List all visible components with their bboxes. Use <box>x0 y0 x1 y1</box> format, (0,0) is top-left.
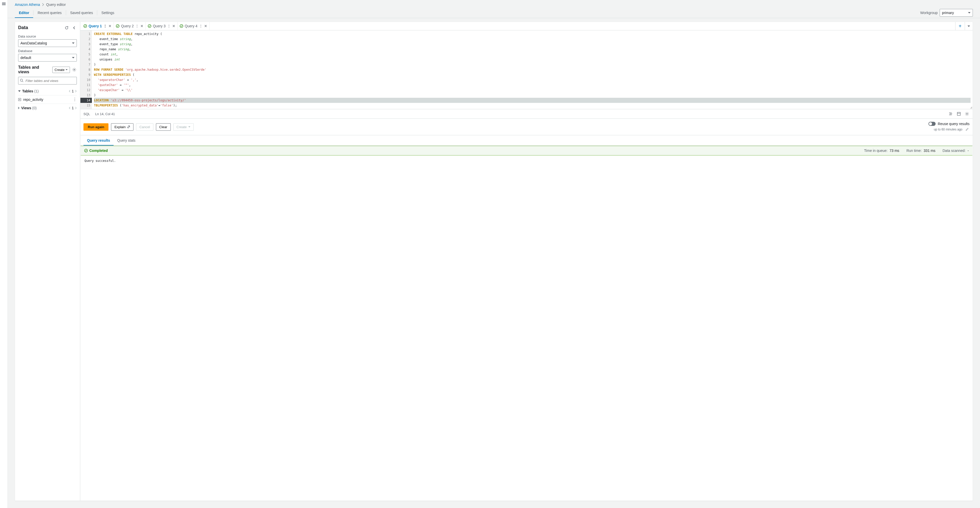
create-label: Create <box>177 125 187 129</box>
sidebar-title: Data <box>18 25 28 30</box>
tab-menu-icon[interactable]: ⋮ <box>167 25 171 27</box>
query-tab-bar: Query 1 ⋮ ✕ Query 2 ⋮ ✕ Query 3 ⋮ ✕ <box>80 22 973 30</box>
prev-page-icon[interactable] <box>68 89 71 93</box>
data-source-label: Data source <box>18 35 77 38</box>
close-tab-icon[interactable]: ✕ <box>140 24 143 28</box>
status-text: Completed <box>89 148 108 153</box>
edit-icon[interactable] <box>964 127 969 132</box>
data-source-select[interactable]: AwsDataCatalog <box>18 39 77 47</box>
svg-point-0 <box>74 69 75 70</box>
expand-tables-icon[interactable] <box>18 90 21 92</box>
action-bar: Run again Explain Cancel Clear Create Re… <box>80 119 973 135</box>
views-section-label: Views (0) <box>21 106 68 110</box>
filter-tables-input[interactable] <box>18 77 77 84</box>
reuse-results-sub: up to 60 minutes ago <box>934 127 963 131</box>
code-content[interactable]: CREATE EXTERNAL TABLE repo_activity ( ev… <box>92 30 973 109</box>
query-tab-1[interactable]: Query 1 ⋮ ✕ <box>81 22 114 30</box>
close-tab-icon[interactable]: ✕ <box>108 24 111 28</box>
tab-overflow-button[interactable] <box>965 22 973 30</box>
collapse-sidebar-icon[interactable] <box>72 25 77 30</box>
data-scanned: Data scanned: - <box>942 148 969 153</box>
create-label: Create <box>55 68 65 72</box>
code-editor[interactable]: 123456789101112131415 CREATE EXTERNAL TA… <box>80 30 973 109</box>
lang-indicator: SQL <box>83 112 90 116</box>
reuse-results-label: Reuse query results <box>938 122 969 126</box>
check-circle-icon <box>84 149 88 152</box>
app-left-rail <box>0 0 8 508</box>
next-page-icon[interactable] <box>75 89 77 93</box>
svg-point-12 <box>966 113 967 115</box>
search-icon <box>20 79 24 82</box>
query-tab-label: Query 4 <box>185 24 197 28</box>
data-source-value: AwsDataCatalog <box>21 41 47 45</box>
database-label: Database <box>18 49 77 53</box>
explain-button[interactable]: Explain <box>111 123 134 131</box>
tables-section-label: Tables (1) <box>22 89 68 93</box>
tab-recent-queries[interactable]: Recent queries <box>33 8 65 18</box>
format-icon[interactable] <box>948 111 953 116</box>
table-row[interactable]: repo_activity ⋮ <box>18 96 77 104</box>
svg-line-2 <box>22 81 24 82</box>
run-button[interactable]: Run again <box>83 123 108 131</box>
query-tab-2[interactable]: Query 2 ⋮ ✕ <box>114 22 146 30</box>
breadcrumb: Amazon Athena Query editor <box>8 0 980 8</box>
refresh-icon[interactable] <box>64 25 69 30</box>
breadcrumb-service[interactable]: Amazon Athena <box>15 3 40 6</box>
settings-icon[interactable] <box>964 111 969 116</box>
next-page-icon[interactable] <box>75 107 77 110</box>
tables-views-title: Tables and views <box>18 65 50 74</box>
time-in-queue: Time in queue: 73 ms <box>864 148 899 153</box>
query-tab-3[interactable]: Query 3 ⋮ ✕ <box>146 22 178 30</box>
close-tab-icon[interactable]: ✕ <box>172 24 175 28</box>
editor-status-bar: SQL Ln 14, Col 41 <box>80 109 973 119</box>
query-tab-label: Query 2 <box>121 24 134 28</box>
chevron-down-icon <box>188 126 190 127</box>
breadcrumb-page: Query editor <box>46 3 66 6</box>
tab-menu-icon[interactable]: ⋮ <box>135 25 139 27</box>
chevron-down-icon <box>65 69 68 70</box>
result-status-banner: Completed Time in queue: 73 ms Run time:… <box>81 146 972 156</box>
result-body: Query successful. <box>80 156 973 169</box>
workgroup-value: primary <box>942 11 954 15</box>
main-area: Amazon Athena Query editor Editor Recent… <box>8 0 980 508</box>
query-tab-label: Query 1 <box>89 24 102 28</box>
tables-page-number: 1 <box>72 89 74 93</box>
svg-rect-10 <box>957 112 960 115</box>
tab-menu-icon[interactable]: ⋮ <box>103 25 107 27</box>
table-actions-icon[interactable]: ⋮ <box>73 99 77 100</box>
line-gutter: 123456789101112131415 <box>80 30 92 109</box>
database-select[interactable]: default <box>18 54 77 62</box>
tab-editor[interactable]: Editor <box>15 8 33 18</box>
workgroup-label: Workgroup <box>920 11 938 15</box>
tab-menu-icon[interactable]: ⋮ <box>199 25 203 27</box>
external-link-icon <box>127 125 130 128</box>
cursor-position: Ln 14, Col 41 <box>95 112 115 116</box>
explain-label: Explain <box>115 125 126 129</box>
resize-handle-icon[interactable] <box>969 106 972 108</box>
prev-page-icon[interactable] <box>68 107 71 110</box>
check-circle-icon <box>116 24 119 28</box>
clear-button[interactable]: Clear <box>156 123 171 131</box>
cancel-button: Cancel <box>136 123 153 131</box>
editor-panel: Query 1 ⋮ ✕ Query 2 ⋮ ✕ Query 3 ⋮ ✕ <box>80 22 973 501</box>
database-value: default <box>21 56 31 60</box>
query-tab-label: Query 3 <box>153 24 165 28</box>
tab-query-results[interactable]: Query results <box>83 135 114 145</box>
results-tab-bar: Query results Query stats <box>80 135 973 146</box>
check-circle-icon <box>83 24 87 28</box>
close-tab-icon[interactable]: ✕ <box>204 24 207 28</box>
create-table-button[interactable]: Create <box>52 67 70 73</box>
add-query-tab-button[interactable]: + <box>955 22 965 30</box>
layout-icon[interactable] <box>956 111 961 116</box>
expand-views-icon[interactable] <box>18 107 20 109</box>
table-expand-icon[interactable] <box>18 98 21 101</box>
tab-settings[interactable]: Settings <box>97 8 118 18</box>
gear-icon[interactable] <box>72 67 77 72</box>
tab-query-stats[interactable]: Query stats <box>114 135 139 145</box>
workgroup-select[interactable]: primary <box>940 9 973 17</box>
top-tabs: Editor Recent queries Saved queries Sett… <box>8 8 980 18</box>
hamburger-icon[interactable] <box>2 2 6 6</box>
reuse-results-toggle[interactable] <box>928 122 935 126</box>
tab-saved-queries[interactable]: Saved queries <box>66 8 97 18</box>
query-tab-4[interactable]: Query 4 ⋮ ✕ <box>178 22 210 30</box>
